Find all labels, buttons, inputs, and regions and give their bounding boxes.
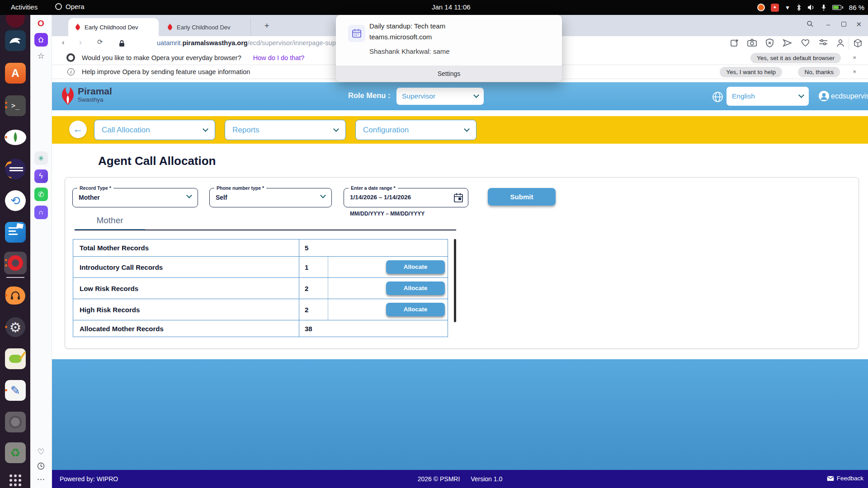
sidebar-messenger-button[interactable]: ϟ [34,169,48,183]
nav-configuration-dropdown[interactable]: Configuration [355,120,476,140]
phone-type-select[interactable]: Phone number type * Self [209,188,332,207]
tab-active[interactable]: Early Childhood Dev [68,18,159,36]
dock-item-notepadpp[interactable] [4,347,27,370]
chevron-down-icon [798,92,804,98]
feedback-button[interactable]: Feedback [827,475,863,482]
opera-menu-button[interactable]: O [38,19,44,28]
workspace-home-button[interactable] [34,33,48,47]
usage-no-button[interactable]: No, thanks [798,67,840,77]
allocate-button[interactable]: Allocate [386,260,445,274]
page-content: Agent Call Allocation Record Type * Moth… [52,144,868,359]
dock-item-trash[interactable]: ♻ [4,441,27,464]
profile-button[interactable] [836,38,845,47]
dock-item-opera-active[interactable] [4,252,27,274]
dock-item-libreoffice-impress[interactable] [4,221,27,244]
new-tab-button[interactable]: + [264,21,269,31]
dock-separator [6,277,24,278]
forward-nav-button[interactable]: › [79,38,82,47]
extensions-cube-button[interactable] [853,38,863,48]
restore-button[interactable] [841,20,846,27]
notification-settings-button[interactable]: Settings [336,66,562,82]
bookmark-heart-button[interactable] [801,38,810,47]
focused-app-indicator[interactable]: Opera [55,3,85,10]
row-value: 1 [299,257,328,277]
system-tray[interactable]: ✦ ▼ 86 % [757,0,864,15]
chevron-down-icon [320,192,326,198]
user-account[interactable]: ecdsupervis [818,90,868,102]
sidebar-whatsapp-button[interactable]: ✆ [34,188,48,201]
dock-item-app-center[interactable]: A [4,62,27,84]
back-nav-button[interactable]: ‹ [62,38,65,47]
adblock-shield-button[interactable] [765,38,774,47]
page-back-button[interactable]: ← [69,121,87,138]
tab-mother[interactable]: Mother [75,216,145,229]
focused-app-name: Opera [66,3,85,10]
sync-icon: ⟲ [5,190,26,211]
date-range-value: 1/14/2026 – 1/14/2026 [350,194,411,201]
nav-call-allocation-dropdown[interactable]: Call Allocation [94,120,215,140]
allocate-button[interactable]: Allocate [386,282,445,295]
usage-yes-button[interactable]: Yes, I want to help [720,67,782,77]
sidebar-history-button[interactable] [37,462,45,470]
calendar-icon[interactable] [453,192,463,203]
sidebar-more-button[interactable]: ⋯ [37,474,45,484]
system-clock[interactable]: Jan 14 11:06 [432,3,471,11]
lock-icon[interactable] [119,40,125,47]
banner-text: Would you like to make Opera your everyd… [82,54,241,61]
row-label: Low Risk Records [73,278,299,299]
brand-name: Piramal [78,86,112,96]
dock-item-text-editor[interactable]: ✎ [4,379,27,402]
dock-item-settings[interactable]: ⚙ [4,316,27,338]
tab-title: Early Childhood Dev [85,24,138,31]
row-value: 2 [299,299,328,320]
nav-reports-dropdown[interactable]: Reports [225,120,346,140]
snapshot-edit-button[interactable] [730,38,739,47]
close-button[interactable]: ✕ [856,20,862,28]
record-type-select[interactable]: Record Type * Mother [72,188,198,207]
dock-item-terminal[interactable]: >_ [4,94,27,117]
role-value: Supervisor [402,92,435,100]
address-bar[interactable]: uatamrit.piramalswasthya.org/ecd/supervi… [157,39,355,47]
send-to-device-button[interactable] [783,38,792,47]
search-tabs-button[interactable] [807,20,814,28]
role-select[interactable]: Supervisor [396,88,484,105]
notification-popup[interactable]: Daily standup: Tech team teams.microsoft… [336,15,562,82]
dock-item-show-applications[interactable] [4,469,27,488]
ubuntu-dock: A >_ ⟲ [0,15,30,488]
banner-close-icon[interactable]: × [853,54,856,61]
dock-item-mysql-workbench[interactable] [4,29,27,52]
table-scrollbar[interactable] [454,239,456,322]
dock-item-mongodb[interactable] [4,126,27,149]
banner-close-icon[interactable]: × [853,68,856,75]
allocate-button[interactable]: Allocate [386,303,445,316]
activities-button[interactable]: Activities [11,3,38,11]
language-select[interactable]: English [726,87,809,106]
chevron-down-icon [333,126,339,132]
recycle-icon: ♻ [10,446,20,460]
dolphin-icon [9,36,22,45]
nav-label: Call Allocation [102,126,150,135]
reload-button[interactable]: ⟳ [97,38,103,46]
easy-setup-button[interactable] [819,38,828,47]
phone-type-label: Phone number type * [214,185,266,191]
piramal-logo[interactable]: Piramal Swasthya [60,86,112,106]
banner-help-link[interactable]: How do I do that? [253,54,305,61]
row-value: 5 [299,239,448,256]
table-row: Introductory Call Records 1 Allocate [73,256,448,277]
sidebar-headphones-button[interactable]: ∩ [34,206,48,219]
feedback-label: Feedback [837,475,863,482]
date-range-label: Enter a date range * [349,185,398,191]
dock-item-sync-app[interactable]: ⟲ [4,189,27,212]
workspace-star-button[interactable]: ☆ [37,51,44,61]
dock-item-eclipse[interactable] [4,158,27,180]
tab-inactive[interactable]: Early Childhood Dev [160,18,251,36]
camera-button[interactable] [747,38,757,47]
dock-item-headset-app[interactable] [4,284,27,307]
date-range-input[interactable]: Enter a date range * 1/14/2026 – 1/14/20… [344,188,468,207]
set-default-browser-button[interactable]: Yes, set it as default browser [750,53,841,63]
sidebar-chatgpt-button[interactable]: ✳ [34,151,48,165]
minimize-button[interactable]: – [826,20,830,28]
dock-item-disc-burner[interactable] [4,411,27,433]
submit-button[interactable]: Submit [488,188,556,206]
sidebar-bookmarks-button[interactable]: ♡ [37,447,44,457]
